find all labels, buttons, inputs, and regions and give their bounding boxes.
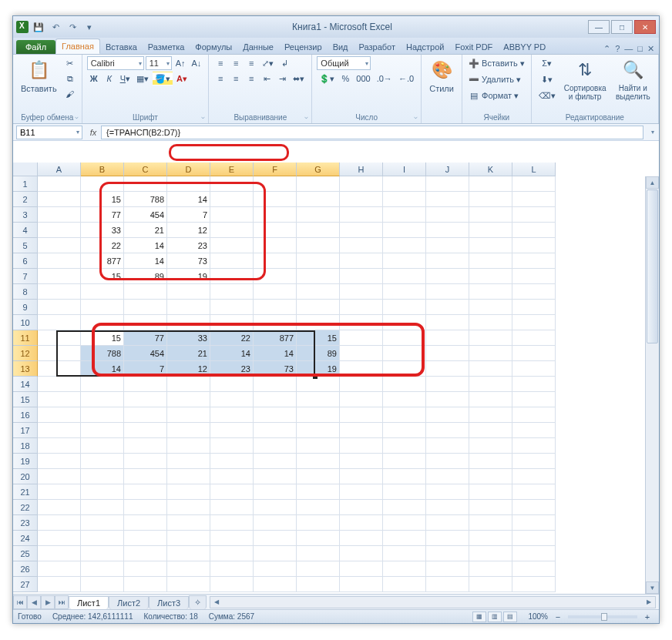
cell-I2[interactable]: [383, 192, 426, 207]
find-select-button[interactable]: 🔍 Найти и выделить: [613, 56, 654, 102]
cell-K24[interactable]: [469, 531, 512, 546]
decrease-indent-button[interactable]: ⇤: [260, 72, 274, 85]
cell-I25[interactable]: [383, 546, 426, 561]
cell-I13[interactable]: [383, 361, 426, 377]
cell-G1[interactable]: [297, 176, 340, 192]
cell-I19[interactable]: [383, 454, 426, 469]
cell-C3[interactable]: 454: [124, 207, 167, 223]
cell-F20[interactable]: [254, 469, 297, 484]
cell-E12[interactable]: 14: [210, 346, 254, 361]
cell-J7[interactable]: [426, 269, 469, 284]
cell-A13[interactable]: [38, 361, 81, 377]
cell-H3[interactable]: [340, 207, 383, 223]
sheet-nav-prev[interactable]: ◀: [27, 595, 41, 609]
italic-button[interactable]: К: [102, 72, 116, 85]
cell-B19[interactable]: [81, 454, 124, 469]
copy-button[interactable]: ⧉: [63, 72, 77, 85]
cell-K13[interactable]: [469, 361, 512, 377]
column-header-E[interactable]: E: [210, 163, 254, 176]
cell-L16[interactable]: [512, 407, 556, 423]
cell-H2[interactable]: [340, 192, 383, 207]
cell-C10[interactable]: [124, 315, 167, 330]
cell-G8[interactable]: [297, 284, 340, 300]
cell-D12[interactable]: 21: [167, 346, 210, 361]
row-header-21[interactable]: 21: [13, 484, 38, 500]
cell-I27[interactable]: [383, 577, 426, 592]
cell-G5[interactable]: [297, 238, 340, 253]
cell-D5[interactable]: 23: [167, 238, 210, 253]
cell-D10[interactable]: [167, 315, 210, 330]
cell-B4[interactable]: 33: [81, 223, 124, 238]
column-header-I[interactable]: I: [383, 163, 426, 176]
font-name-combo[interactable]: Calibri: [87, 56, 144, 70]
cell-K7[interactable]: [469, 269, 512, 284]
cell-E19[interactable]: [210, 454, 254, 469]
cell-F19[interactable]: [254, 454, 297, 469]
cell-L14[interactable]: [512, 377, 556, 392]
align-middle-button[interactable]: ≡: [229, 56, 243, 70]
cell-E27[interactable]: [210, 577, 254, 592]
cell-G21[interactable]: [297, 484, 340, 500]
sheet-tab-3[interactable]: Лист3: [149, 596, 189, 609]
cell-J16[interactable]: [426, 407, 469, 423]
row-header-27[interactable]: 27: [13, 577, 38, 592]
tab-home[interactable]: Главная: [55, 39, 100, 54]
cell-L23[interactable]: [512, 515, 556, 531]
cell-I1[interactable]: [383, 176, 426, 192]
fx-icon[interactable]: fx: [86, 128, 101, 137]
cell-F18[interactable]: [254, 438, 297, 454]
cell-F10[interactable]: [254, 315, 297, 330]
scroll-up-button[interactable]: ▲: [646, 176, 659, 189]
align-top-button[interactable]: ≡: [213, 56, 227, 70]
cell-I23[interactable]: [383, 515, 426, 531]
cell-C16[interactable]: [124, 407, 167, 423]
cell-J21[interactable]: [426, 484, 469, 500]
cell-B22[interactable]: [81, 500, 124, 515]
cell-B13[interactable]: 14: [81, 361, 124, 377]
insert-cells-button[interactable]: ➕Вставить ▾: [467, 56, 526, 70]
format-painter-button[interactable]: 🖌: [63, 87, 77, 101]
cell-E25[interactable]: [210, 546, 254, 561]
cell-A10[interactable]: [38, 315, 81, 330]
cell-L20[interactable]: [512, 469, 556, 484]
cell-F7[interactable]: [254, 269, 297, 284]
dec-decimal-button[interactable]: ←.0: [396, 72, 416, 85]
cell-J14[interactable]: [426, 377, 469, 392]
cell-K18[interactable]: [469, 438, 512, 454]
cell-D20[interactable]: [167, 469, 210, 484]
cell-H20[interactable]: [340, 469, 383, 484]
cell-J12[interactable]: [426, 346, 469, 361]
tab-foxit[interactable]: Foxit PDF: [449, 40, 498, 54]
cell-E24[interactable]: [210, 531, 254, 546]
cell-D18[interactable]: [167, 438, 210, 454]
cell-I9[interactable]: [383, 300, 426, 315]
sheet-nav-first[interactable]: ⏮: [13, 595, 27, 609]
cell-K27[interactable]: [469, 577, 512, 592]
cell-A23[interactable]: [38, 515, 81, 531]
cell-A17[interactable]: [38, 423, 81, 438]
cell-C9[interactable]: [124, 300, 167, 315]
cell-D4[interactable]: 12: [167, 223, 210, 238]
cell-J24[interactable]: [426, 531, 469, 546]
cell-E3[interactable]: [210, 207, 254, 223]
cell-L15[interactable]: [512, 392, 556, 407]
cell-B17[interactable]: [81, 423, 124, 438]
row-header-25[interactable]: 25: [13, 546, 38, 561]
cell-B5[interactable]: 22: [81, 238, 124, 253]
cell-C24[interactable]: [124, 531, 167, 546]
tab-review[interactable]: Рецензир: [279, 40, 328, 54]
cell-B2[interactable]: 15: [81, 192, 124, 207]
cell-F26[interactable]: [254, 561, 297, 577]
cell-E23[interactable]: [210, 515, 254, 531]
column-header-F[interactable]: F: [254, 163, 297, 176]
cell-J3[interactable]: [426, 207, 469, 223]
cell-A26[interactable]: [38, 561, 81, 577]
qat-save-icon[interactable]: 💾: [32, 20, 45, 34]
align-bottom-button[interactable]: ≡: [244, 56, 258, 70]
cell-J17[interactable]: [426, 423, 469, 438]
cell-E17[interactable]: [210, 423, 254, 438]
accounting-button[interactable]: 💲▾: [317, 72, 337, 85]
cell-K23[interactable]: [469, 515, 512, 531]
cell-C21[interactable]: [124, 484, 167, 500]
cell-D22[interactable]: [167, 500, 210, 515]
